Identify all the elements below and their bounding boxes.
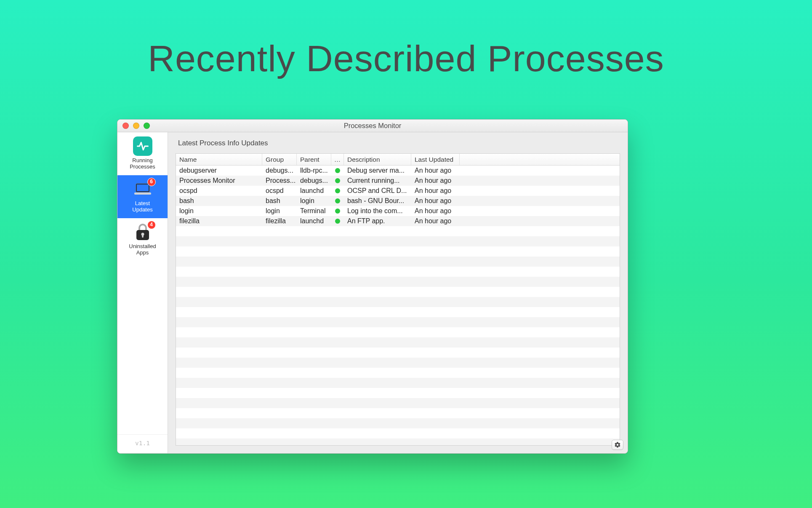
cell-status bbox=[331, 176, 344, 186]
sidebar-item-label: Uninstalled Apps bbox=[129, 243, 156, 256]
col-header-lastupdated[interactable]: Last Updated bbox=[411, 154, 460, 165]
version-label: v1.1 bbox=[117, 434, 168, 453]
close-window-button[interactable] bbox=[122, 123, 129, 129]
table-row-empty bbox=[176, 257, 620, 267]
cell-group: debugs... bbox=[262, 166, 297, 176]
cell-name: bash bbox=[176, 196, 262, 206]
table-row-empty bbox=[176, 408, 620, 418]
status-dot-icon bbox=[335, 219, 340, 224]
cell-lastupdated: An hour ago bbox=[411, 176, 460, 186]
cell-description: Debug server ma... bbox=[344, 166, 411, 176]
table-row-empty bbox=[176, 358, 620, 368]
cell-status bbox=[331, 216, 344, 226]
cell-group: ocspd bbox=[262, 186, 297, 196]
table-row-empty bbox=[176, 438, 620, 445]
table-row-empty bbox=[176, 348, 620, 358]
window-title: Processes Monitor bbox=[117, 122, 628, 130]
table-row-empty bbox=[176, 267, 620, 277]
cell-name: debugserver bbox=[176, 166, 262, 176]
section-header: Latest Process Info Updates bbox=[168, 132, 628, 151]
cell-name: ocspd bbox=[176, 186, 262, 196]
svg-rect-5 bbox=[142, 235, 144, 238]
sidebar: Running Processes 6 Latest Updates bbox=[117, 132, 168, 453]
table-row-empty bbox=[176, 287, 620, 297]
cell-lastupdated: An hour ago bbox=[411, 186, 460, 196]
cell-description: Log into the com... bbox=[344, 206, 411, 216]
col-header-name[interactable]: Name bbox=[176, 154, 262, 165]
col-header-status[interactable]: … bbox=[331, 154, 344, 165]
badge: 4 bbox=[147, 221, 156, 229]
sidebar-item-running-processes[interactable]: Running Processes bbox=[117, 132, 168, 175]
cell-status bbox=[331, 166, 344, 176]
table-row-empty bbox=[176, 398, 620, 408]
updates-table: Name Group Parent … Description Last Upd… bbox=[176, 153, 620, 446]
table-row[interactable]: debugserverdebugs...lldb-rpc...Debug ser… bbox=[176, 166, 620, 176]
cell-group: filezilla bbox=[262, 216, 297, 226]
sidebar-item-latest-updates[interactable]: 6 Latest Updates bbox=[117, 175, 168, 218]
status-dot-icon bbox=[335, 178, 340, 183]
heartbeat-icon bbox=[133, 136, 152, 156]
status-dot-icon bbox=[335, 188, 340, 193]
status-dot-icon bbox=[335, 168, 340, 173]
table-header-row: Name Group Parent … Description Last Upd… bbox=[176, 154, 620, 166]
table-row[interactable]: filezillafilezillalaunchdAn FTP app.An h… bbox=[176, 216, 620, 226]
col-header-parent[interactable]: Parent bbox=[297, 154, 331, 165]
badge: 6 bbox=[147, 178, 156, 186]
lock-icon: 4 bbox=[133, 222, 152, 242]
table-row-empty bbox=[176, 246, 620, 257]
cell-name: Processes Monitor bbox=[176, 176, 262, 186]
col-header-group[interactable]: Group bbox=[262, 154, 297, 165]
cell-parent: Terminal bbox=[297, 206, 331, 216]
table-row[interactable]: Processes MonitorProcess...debugs...Curr… bbox=[176, 176, 620, 186]
window-titlebar[interactable]: Processes Monitor bbox=[117, 120, 628, 132]
cell-status bbox=[331, 186, 344, 196]
cell-name: filezilla bbox=[176, 216, 262, 226]
cell-lastupdated: An hour ago bbox=[411, 166, 460, 176]
cell-lastupdated: An hour ago bbox=[411, 216, 460, 226]
table-row[interactable]: bashbashloginbash - GNU Bour...An hour a… bbox=[176, 196, 620, 206]
table-body: debugserverdebugs...lldb-rpc...Debug ser… bbox=[176, 166, 620, 445]
svg-rect-2 bbox=[134, 193, 151, 195]
table-row-empty bbox=[176, 388, 620, 398]
status-dot-icon bbox=[335, 209, 340, 214]
table-row-empty bbox=[176, 327, 620, 337]
main-pane: Latest Process Info Updates Name Group P… bbox=[168, 132, 628, 453]
minimize-window-button[interactable] bbox=[133, 123, 139, 129]
table-row-empty bbox=[176, 368, 620, 378]
cell-parent: launchd bbox=[297, 186, 331, 196]
table-row-empty bbox=[176, 418, 620, 428]
cell-parent: lldb-rpc... bbox=[297, 166, 331, 176]
sidebar-item-uninstalled-apps[interactable]: 4 Uninstalled Apps bbox=[117, 218, 168, 261]
table-row-empty bbox=[176, 277, 620, 287]
gear-icon bbox=[614, 441, 621, 448]
zoom-window-button[interactable] bbox=[144, 123, 150, 129]
table-row-empty bbox=[176, 337, 620, 348]
cell-group: Process... bbox=[262, 176, 297, 186]
table-row[interactable]: ocspdocspdlaunchdOCSP and CRL D...An hou… bbox=[176, 186, 620, 196]
cell-group: bash bbox=[262, 196, 297, 206]
cell-parent: login bbox=[297, 196, 331, 206]
cell-name: login bbox=[176, 206, 262, 216]
cell-group: login bbox=[262, 206, 297, 216]
col-header-description[interactable]: Description bbox=[344, 154, 411, 165]
app-window: Processes Monitor Running Processes bbox=[117, 119, 628, 454]
traffic-lights bbox=[117, 123, 150, 129]
cell-description: Current running... bbox=[344, 176, 411, 186]
sidebar-item-label: Running Processes bbox=[130, 158, 155, 170]
cell-parent: debugs... bbox=[297, 176, 331, 186]
cell-description: An FTP app. bbox=[344, 216, 411, 226]
table-row-empty bbox=[176, 428, 620, 438]
page-title: Recently Described Processes bbox=[0, 0, 812, 80]
table-row-empty bbox=[176, 226, 620, 236]
cell-status bbox=[331, 196, 344, 206]
settings-button[interactable] bbox=[612, 440, 623, 450]
cell-description: OCSP and CRL D... bbox=[344, 186, 411, 196]
table-row-empty bbox=[176, 378, 620, 388]
table-row[interactable]: loginloginTerminalLog into the com...An … bbox=[176, 206, 620, 216]
table-row-empty bbox=[176, 297, 620, 307]
sidebar-item-label: Latest Updates bbox=[132, 201, 152, 213]
cell-parent: launchd bbox=[297, 216, 331, 226]
svg-rect-1 bbox=[137, 184, 149, 191]
cell-description: bash - GNU Bour... bbox=[344, 196, 411, 206]
table-row-empty bbox=[176, 317, 620, 327]
